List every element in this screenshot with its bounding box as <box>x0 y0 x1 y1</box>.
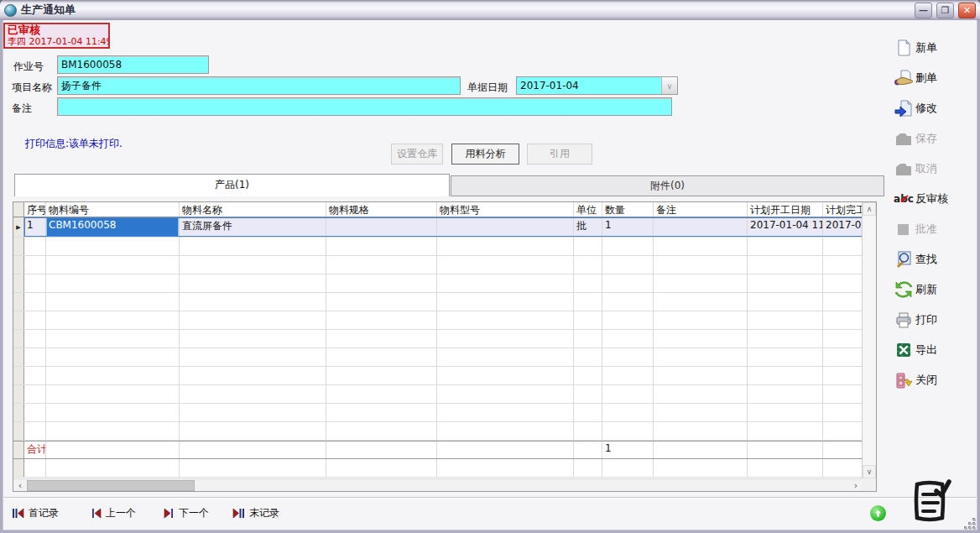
scroll-down-icon[interactable]: ∨ <box>863 465 876 478</box>
table-row-selected[interactable]: ▶ 1 CBM1600058 直流屏备件 批 1 2017-01-04 11: … <box>13 217 863 238</box>
nav-next-label: 下一个 <box>179 506 209 520</box>
cell-qty[interactable]: 1 <box>602 217 654 237</box>
job-no-input[interactable] <box>57 55 209 74</box>
remark-input[interactable] <box>57 97 672 116</box>
sidebar-label: 保存 <box>915 131 937 146</box>
previous-record-icon <box>91 508 102 519</box>
reference-button: 引用 <box>527 144 592 165</box>
edit-document-icon <box>894 99 913 118</box>
col-model: 物料型号 <box>437 202 574 217</box>
cell-name[interactable]: 直流屏备件 <box>180 217 326 237</box>
cell-unit[interactable]: 批 <box>574 217 602 237</box>
sidebar-item-refresh[interactable]: 刷新 <box>894 279 975 300</box>
tab-strip: 产品(1) 附件(0) <box>13 174 885 196</box>
nav-last-record[interactable]: 末记录 <box>232 504 279 521</box>
detail-grid: 序号 物料编号 物料名称 物料规格 物料型号 单位 数量 备注 计划开工日期 计… <box>13 201 877 492</box>
maximize-button[interactable]: ❐ <box>936 3 954 18</box>
col-unit: 单位 <box>574 202 602 217</box>
tab-products[interactable]: 产品(1) <box>14 174 450 196</box>
tab-attachments[interactable]: 附件(0) <box>451 175 884 196</box>
col-plan-start: 计划开工日期 <box>748 202 823 217</box>
cell-spec[interactable] <box>326 217 437 237</box>
table-row-empty[interactable] <box>13 459 863 478</box>
sidebar-label: 打印 <box>915 312 937 327</box>
cell-model[interactable] <box>437 217 574 237</box>
resize-grip[interactable] <box>964 518 976 530</box>
nav-first-record[interactable]: 首记录 <box>12 504 59 521</box>
document-check-icon <box>909 478 952 529</box>
sidebar-label: 取消 <box>915 161 937 176</box>
save-folder-icon <box>894 129 913 148</box>
cell-seq[interactable]: 1 <box>24 217 46 237</box>
total-label: 合计 <box>24 442 46 458</box>
table-total-row: 合计 1 <box>13 441 863 459</box>
footer-separator <box>3 497 977 499</box>
sidebar-item-unaudit[interactable]: abc✔ 反审核 <box>894 188 975 210</box>
table-row-empty[interactable] <box>13 256 863 274</box>
next-record-icon <box>164 508 175 519</box>
exit-door-icon <box>894 371 913 389</box>
project-input[interactable] <box>57 76 461 95</box>
vertical-scrollbar[interactable]: ∧ ∨ <box>862 202 876 478</box>
cell-plan-end[interactable]: 2017-03 <box>823 217 863 237</box>
app-globe-icon <box>4 4 17 17</box>
col-qty: 数量 <box>602 202 654 217</box>
table-row-empty[interactable] <box>13 385 863 404</box>
delete-document-icon <box>894 69 913 87</box>
col-plan-end: 计划完工 <box>823 202 863 217</box>
sidebar-item-find[interactable]: 查找 <box>894 248 975 270</box>
col-name: 物料名称 <box>180 202 326 217</box>
cell-plan-start[interactable]: 2017-01-04 11: <box>748 217 823 237</box>
scroll-left-icon[interactable]: ‹ <box>13 479 27 491</box>
date-dropdown-icon[interactable]: ∨ <box>661 77 677 94</box>
scroll-right-icon[interactable]: › <box>849 479 863 491</box>
sidebar-item-close[interactable]: 关闭 <box>894 369 975 391</box>
audit-status: 已审核 <box>8 24 106 37</box>
horizontal-scroll-thumb[interactable] <box>27 480 195 491</box>
date-label: 单据日期 <box>467 81 508 95</box>
table-row-empty[interactable] <box>13 422 863 441</box>
col-spec: 物料规格 <box>326 202 437 217</box>
table-row-empty[interactable] <box>13 404 863 422</box>
cell-remark[interactable] <box>654 217 748 237</box>
total-qty: 1 <box>602 442 654 458</box>
table-row-empty[interactable] <box>13 367 863 385</box>
first-record-icon <box>12 508 24 519</box>
date-value: 2017-01-04 <box>517 77 661 94</box>
last-record-icon <box>232 508 245 519</box>
sidebar-item-modify[interactable]: 修改 <box>894 97 975 119</box>
table-row-empty[interactable] <box>13 293 863 311</box>
col-remark: 备注 <box>654 202 748 217</box>
job-no-label: 作业号 <box>13 60 44 74</box>
material-analysis-button[interactable]: 用料分析 <box>451 144 519 165</box>
table-row-empty[interactable] <box>13 238 863 256</box>
cancel-folder-icon <box>894 159 913 178</box>
abc-check-icon: abc✔ <box>894 190 913 208</box>
title-bar: 生产通知单 — ❐ ✕ <box>0 0 980 20</box>
table-row-empty[interactable] <box>13 348 863 367</box>
sidebar-label: 查找 <box>915 252 937 267</box>
minimize-button[interactable]: — <box>915 3 932 18</box>
sidebar-label: 关闭 <box>915 373 937 388</box>
sidebar-label: 新单 <box>915 40 937 55</box>
nav-previous[interactable]: 上一个 <box>91 504 136 521</box>
date-combobox[interactable]: 2017-01-04 ∨ <box>516 76 678 95</box>
status-green-icon <box>870 505 886 521</box>
sidebar-item-export[interactable]: 导出 <box>894 339 975 361</box>
sidebar-item-print[interactable]: 打印 <box>894 309 975 331</box>
nav-first-label: 首记录 <box>29 506 59 520</box>
scroll-up-icon[interactable]: ∧ <box>863 202 876 216</box>
table-row-empty[interactable] <box>13 274 863 293</box>
close-button[interactable]: ✕ <box>958 3 976 18</box>
horizontal-scrollbar[interactable]: ‹ › <box>13 478 863 491</box>
nav-next[interactable]: 下一个 <box>164 504 209 521</box>
sidebar-item-approve: 批准 <box>894 218 975 240</box>
table-row-empty[interactable] <box>13 311 863 330</box>
sidebar-item-new[interactable]: 新单 <box>894 37 975 59</box>
table-row-empty[interactable] <box>13 330 863 348</box>
sidebar-item-delete[interactable]: 删单 <box>894 67 975 89</box>
sidebar-label: 刷新 <box>915 282 937 297</box>
excel-export-icon <box>894 341 913 359</box>
audit-stamp: 已审核 李四 2017-01-04 11:49 <box>3 23 110 49</box>
cell-code-selected[interactable]: CBM1600058 <box>46 217 180 237</box>
